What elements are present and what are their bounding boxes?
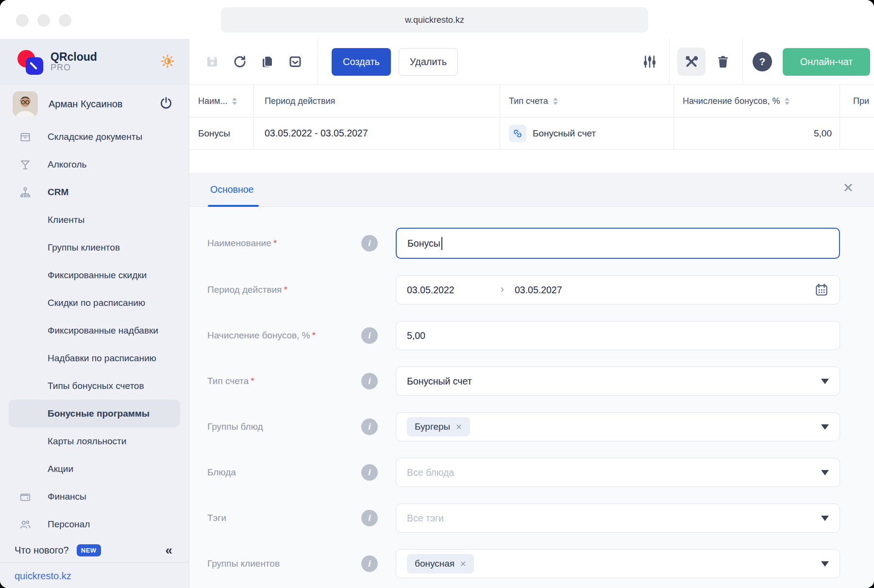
column-header-label: Наим... xyxy=(198,96,227,106)
field-label: Группы клиентов xyxy=(207,558,361,569)
field-label: Начисление бонусов, %* xyxy=(207,330,361,341)
panel-tabbar: Основное ✕ xyxy=(189,173,874,207)
sidebar-item-loyalty-cards[interactable]: Карты лояльности xyxy=(0,427,189,455)
create-button[interactable]: Создать xyxy=(332,48,391,76)
sidebar-item-label: Фиксированные надбавки xyxy=(48,325,158,336)
sort-icon[interactable] xyxy=(553,98,558,105)
bonus-percent-value: 5,00 xyxy=(407,330,425,341)
form-row-name: Наименование* i Бонусы xyxy=(207,228,840,259)
brightness-icon[interactable] xyxy=(161,54,174,70)
brand-block: QRcloud PRO xyxy=(50,51,97,72)
calendar-icon[interactable] xyxy=(814,283,829,297)
account-type-select[interactable]: Бонусный счет xyxy=(396,367,840,396)
name-input-value: Бонусы xyxy=(407,238,440,249)
user-account-row[interactable]: Арман Кусаинов xyxy=(0,85,189,123)
trash-icon[interactable] xyxy=(712,51,734,72)
info-icon[interactable]: i xyxy=(361,327,378,344)
column-header-account-type[interactable]: Тип счета xyxy=(500,85,674,117)
online-chat-button[interactable]: Онлайн-чат xyxy=(783,48,870,76)
column-header-period[interactable]: Период действия xyxy=(254,85,500,117)
window-minimize-button[interactable] xyxy=(37,14,50,27)
info-icon[interactable]: i xyxy=(361,464,378,481)
sidebar-item-fixed-discounts[interactable]: Фиксированные скидки xyxy=(0,261,189,289)
site-link[interactable]: quickresto.kz xyxy=(15,571,71,582)
row-name: Бонусы xyxy=(198,128,230,139)
table-row[interactable]: Бонусы 03.05.2022 - 03.05.2027 Бонусный … xyxy=(189,118,874,150)
dish-group-chip[interactable]: Бургеры ✕ xyxy=(407,417,470,437)
sidebar-item-promotions[interactable]: Акции xyxy=(0,455,189,483)
whats-new-label: Что нового? xyxy=(15,545,69,556)
chevron-down-icon xyxy=(821,379,829,384)
column-settings-sliders-icon[interactable] xyxy=(639,51,660,72)
tools-icon[interactable] xyxy=(677,48,706,76)
refresh-icon[interactable] xyxy=(229,51,251,72)
window-maximize-button[interactable] xyxy=(59,14,71,27)
bonus-percent-input[interactable]: 5,00 xyxy=(396,321,840,350)
column-header-name[interactable]: Наим... xyxy=(189,85,254,117)
delete-button[interactable]: Удалить xyxy=(399,48,458,76)
logout-power-icon[interactable] xyxy=(160,97,172,111)
copy-icon[interactable] xyxy=(257,51,278,72)
sidebar-item-label: Клиенты xyxy=(48,215,84,225)
collapse-sidebar-icon[interactable]: « xyxy=(166,544,172,556)
sidebar-item-label: Типы бонусных счетов xyxy=(48,381,144,391)
sort-icon[interactable] xyxy=(232,98,237,105)
sidebar-item-scheduled-discounts[interactable]: Скидки по расписанию xyxy=(0,289,189,317)
column-header-label: Начисление бонусов, % xyxy=(683,96,780,106)
user-avatar xyxy=(13,91,38,117)
name-input[interactable]: Бонусы xyxy=(396,228,840,259)
info-icon[interactable]: i xyxy=(361,555,378,572)
help-glyph: ? xyxy=(759,56,766,67)
text-cursor xyxy=(441,237,442,250)
client-group-chip[interactable]: бонусная ✕ xyxy=(407,554,474,573)
save-icon[interactable] xyxy=(202,51,223,72)
sidebar-item-bonus-programs[interactable]: Бонусные программы xyxy=(9,400,180,427)
help-icon[interactable]: ? xyxy=(753,52,772,71)
period-start-value[interactable]: 03.05.2022 xyxy=(407,285,454,296)
active-tab-underline xyxy=(208,205,259,207)
sidebar-item-client-groups[interactable]: Группы клиентов xyxy=(0,234,189,261)
sidebar-item-label: CRM xyxy=(48,187,68,198)
address-bar[interactable]: w.quickresto.kz xyxy=(221,7,648,33)
sort-icon[interactable] xyxy=(785,98,790,105)
period-end-value[interactable]: 03.05.2027 xyxy=(515,285,562,296)
sidebar: QRcloud PRO xyxy=(0,39,189,588)
client-groups-multiselect[interactable]: бонусная ✕ xyxy=(396,549,840,578)
sidebar-item-fixed-surcharges[interactable]: Фиксированные надбавки xyxy=(0,317,189,344)
sidebar-item-bonus-account-types[interactable]: Типы бонусных счетов xyxy=(0,372,189,400)
sidebar-item-finance[interactable]: Финансы xyxy=(0,483,189,510)
sidebar-item-warehouse-docs[interactable]: Складские документы xyxy=(0,123,189,151)
sidebar-item-label: Надбавки по расписанию xyxy=(48,353,156,364)
chevron-down-icon xyxy=(821,470,829,475)
chip-remove-icon[interactable]: ✕ xyxy=(460,559,466,569)
dish-groups-multiselect[interactable]: Бургеры ✕ xyxy=(396,412,840,441)
sidebar-item-alcohol[interactable]: Алкоголь xyxy=(0,151,189,178)
info-icon[interactable]: i xyxy=(361,510,378,526)
wallet-icon xyxy=(18,490,32,503)
online-chat-label: Онлайн-чат xyxy=(800,56,853,67)
sidebar-item-label: Алкоголь xyxy=(48,159,87,170)
app-window: w.quickresto.kz QRcloud PRO xyxy=(0,0,874,588)
whats-new-row[interactable]: Что нового? NEW « xyxy=(0,538,189,562)
info-icon[interactable]: i xyxy=(361,235,378,252)
sidebar-item-clients[interactable]: Клиенты xyxy=(0,206,189,234)
column-header-apply[interactable]: При xyxy=(840,85,874,117)
detail-panel: Основное ✕ Наименование* i Бонусы xyxy=(189,173,874,588)
tags-multiselect[interactable]: Все тэги xyxy=(396,504,840,533)
field-label: Тэги xyxy=(207,513,361,523)
dishes-multiselect[interactable]: Все блюда xyxy=(396,458,840,487)
sidebar-item-label: Скидки по расписанию xyxy=(48,298,145,308)
period-range-input[interactable]: 03.05.2022 › 03.05.2027 xyxy=(396,275,840,304)
tab-main[interactable]: Основное xyxy=(210,184,253,195)
chip-label: Бургеры xyxy=(415,421,450,432)
sidebar-item-staff[interactable]: Персонал xyxy=(0,510,189,538)
chip-remove-icon[interactable]: ✕ xyxy=(455,422,462,432)
sidebar-item-scheduled-surcharges[interactable]: Надбавки по расписанию xyxy=(0,344,189,372)
window-close-button[interactable] xyxy=(16,14,29,27)
close-icon[interactable]: ✕ xyxy=(842,182,854,195)
archive-pocket-icon[interactable] xyxy=(285,51,306,72)
info-icon[interactable]: i xyxy=(361,419,378,435)
info-icon[interactable]: i xyxy=(361,373,378,389)
sidebar-item-crm[interactable]: CRM xyxy=(0,178,189,206)
column-header-bonus-percent[interactable]: Начисление бонусов, % xyxy=(674,85,840,117)
